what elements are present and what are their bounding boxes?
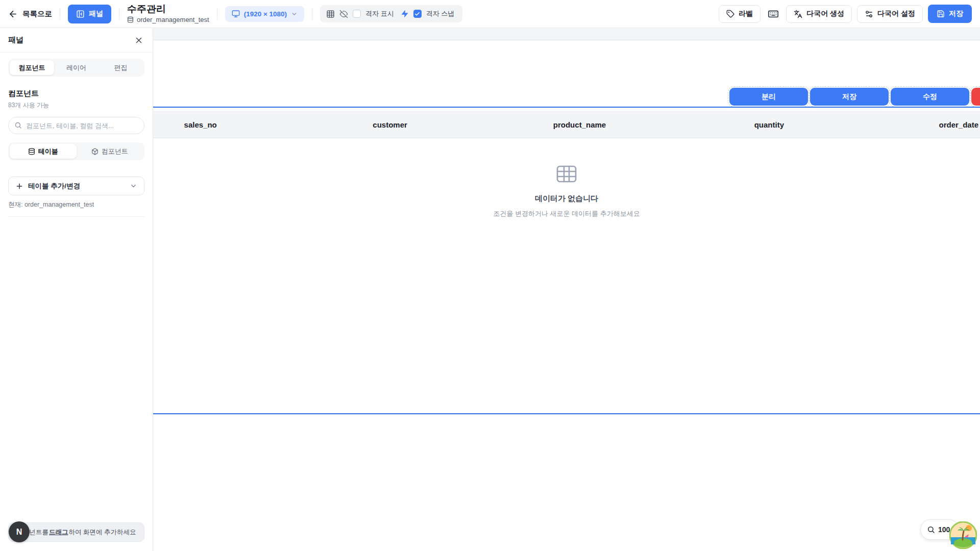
- tab-layers[interactable]: 레이어: [54, 60, 99, 75]
- sidebar-tab-bar: 컴포넌트 레이어 편집: [8, 59, 144, 77]
- drag-hint-suffix: 하여 화면에 추가하세요: [69, 528, 136, 537]
- panel-toggle-label: 패널: [89, 9, 103, 18]
- action-button-row: 분리 저장 수정: [729, 88, 980, 106]
- save-row-button-label: 저장: [842, 92, 856, 102]
- separate-button[interactable]: 분리: [729, 88, 808, 106]
- database-icon: [28, 148, 35, 155]
- sliders-icon: [865, 10, 873, 18]
- arrow-left-icon: [8, 9, 18, 19]
- grid-snap-checkbox[interactable]: [413, 10, 422, 18]
- label-button-label: 라벨: [739, 9, 753, 18]
- monitor-icon: [232, 10, 240, 18]
- multilang-generate-button[interactable]: 다국어 생성: [786, 5, 852, 23]
- grid-show-checkbox[interactable]: [353, 10, 361, 18]
- multilang-settings-button[interactable]: 다국어 설정: [857, 5, 923, 23]
- empty-table-icon: [555, 163, 578, 185]
- toolbar-divider: [312, 8, 312, 20]
- chevron-down-icon: [130, 182, 137, 190]
- multilang-settings-label: 다국어 설정: [877, 9, 915, 18]
- dataset-name: order_management_test: [137, 16, 209, 23]
- tab-components[interactable]: 컴포넌트: [10, 60, 54, 75]
- table-column-header[interactable]: order_date: [864, 120, 980, 129]
- sidebar-title: 패널: [8, 35, 23, 45]
- keyboard-icon: [768, 8, 779, 19]
- back-to-list-button[interactable]: 목록으로: [8, 9, 52, 19]
- close-icon: [134, 36, 143, 45]
- source-tab-tables[interactable]: 테이블: [10, 144, 77, 159]
- separate-button-label: 분리: [762, 92, 776, 102]
- check-icon: [414, 11, 420, 17]
- toolbar-divider: [217, 8, 217, 20]
- magnifier-icon: [927, 525, 935, 534]
- panel-toggle-button[interactable]: 패널: [68, 5, 111, 23]
- grid-snap-label: 격자 스냅: [426, 9, 455, 18]
- screen-size-selector[interactable]: (980 × 551): [225, 6, 304, 22]
- empty-state-subtitle: 조건을 변경하거나 새로운 데이터를 추가해보세요: [153, 209, 980, 218]
- source-tab-bar: 테이블 컴포넌트: [8, 142, 144, 160]
- danger-button[interactable]: [971, 88, 980, 106]
- edit-row-button[interactable]: 수정: [891, 88, 969, 106]
- table-header-row[interactable]: sales_no customer product_name quantity …: [106, 111, 980, 138]
- panel-left-icon: [76, 10, 85, 18]
- drag-hint-bold: 드래그: [49, 528, 68, 537]
- sidebar-header: 패널: [0, 28, 153, 53]
- component-search: [8, 117, 144, 134]
- database-icon: [127, 16, 134, 23]
- package-icon: [91, 148, 99, 155]
- empty-state-title: 데이터가 없습니다: [153, 194, 980, 204]
- user-cursor-letter: N: [16, 528, 22, 537]
- translate-icon: [794, 10, 802, 18]
- lightning-icon: [401, 10, 409, 18]
- search-input[interactable]: [8, 117, 144, 134]
- sidebar-divider: [8, 216, 144, 217]
- chevron-down-icon: [291, 11, 298, 17]
- table-column-header[interactable]: customer: [295, 120, 484, 129]
- edit-row-button-label: 수정: [923, 92, 937, 102]
- table-column-header[interactable]: quantity: [674, 120, 864, 129]
- plus-icon: [15, 182, 23, 190]
- tab-edit-label: 편집: [114, 63, 128, 72]
- current-table-label: 현재: order_management_test: [8, 201, 144, 209]
- source-tab-components-label: 컴포넌트: [102, 147, 128, 156]
- toolbar-divider: [119, 8, 119, 20]
- grid-show-label: 격자 표시: [365, 9, 394, 18]
- label-button[interactable]: 라벨: [719, 5, 761, 23]
- zoom-value: 100: [938, 525, 950, 534]
- add-table-label: 테이블 추가/변경: [28, 182, 80, 191]
- save-icon: [937, 10, 945, 18]
- page-title-block: 수주관리 order_management_test: [127, 4, 209, 24]
- back-to-list-label: 목록으로: [22, 9, 52, 19]
- table-empty-state: 데이터가 없습니다 조건을 변경하거나 새로운 데이터를 추가해보세요: [153, 163, 980, 218]
- save-button[interactable]: 저장: [928, 5, 972, 23]
- add-table-dropdown[interactable]: 테이블 추가/변경: [8, 177, 144, 195]
- top-toolbar: 목록으로 패널 수주관리 order_management_test (1920…: [0, 0, 980, 28]
- eye-off-icon: [339, 10, 348, 18]
- screen-size-value: (980 × 551): [244, 10, 287, 18]
- sidebar-body: 컴포넌트 레이어 편집 컴포넌트 83개 사용 가능 테이블 컴포넌트 테이블 …: [0, 53, 153, 217]
- save-button-label: 저장: [949, 9, 963, 18]
- grid-options-group: 격자 표시 격자 스냅: [320, 5, 462, 22]
- panel-sidebar: 패널 컴포넌트 레이어 편집 컴포넌트 83개 사용 가능 테이블 컴포넌트: [0, 28, 153, 551]
- keyboard-shortcuts-button[interactable]: [766, 8, 781, 19]
- tab-components-label: 컴포넌트: [19, 63, 45, 72]
- tab-edit[interactable]: 편집: [99, 60, 143, 75]
- table-column-header[interactable]: product_name: [485, 120, 674, 129]
- multilang-generate-label: 다국어 생성: [806, 9, 844, 18]
- components-section-header: 컴포넌트 83개 사용 가능: [8, 89, 144, 110]
- source-tab-components[interactable]: 컴포넌트: [77, 144, 143, 159]
- user-cursor-badge: N: [9, 521, 30, 542]
- toolbar-divider: [60, 8, 60, 20]
- components-heading: 컴포넌트: [8, 89, 144, 98]
- components-count: 83개 사용 가능: [8, 101, 144, 110]
- tab-layers-label: 레이어: [66, 63, 86, 72]
- close-panel-button[interactable]: [133, 35, 144, 46]
- page-title: 수주관리: [127, 4, 209, 15]
- tag-icon: [726, 10, 734, 18]
- dataset-indicator: order_management_test: [127, 16, 209, 23]
- source-tab-tables-label: 테이블: [38, 147, 58, 156]
- grid-icon: [326, 10, 335, 18]
- island-icon[interactable]: [949, 521, 977, 549]
- search-icon: [14, 121, 22, 129]
- save-row-button[interactable]: 저장: [810, 88, 889, 106]
- toolbar-right-group: 라벨 다국어 생성 다국어 설정 저장: [719, 5, 972, 23]
